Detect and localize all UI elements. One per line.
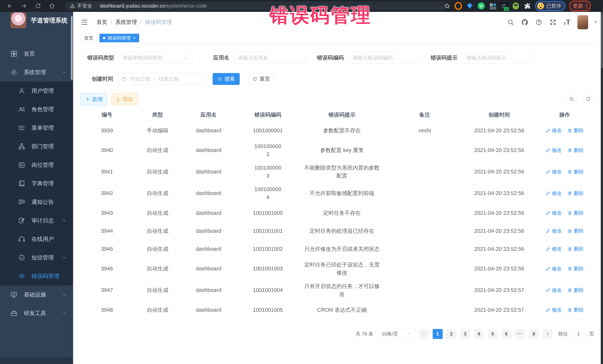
tab-首页[interactable]: 首页 <box>81 34 97 42</box>
delete-link[interactable]: 删除 <box>567 287 584 294</box>
goto-label: 前往 <box>558 331 568 337</box>
toggle-search-button[interactable] <box>566 93 577 105</box>
page-ellipsis[interactable]: ··· <box>515 329 525 339</box>
header-search-icon[interactable] <box>507 19 514 26</box>
sidebar-item-2[interactable]: 系统管理 <box>0 63 73 82</box>
edit-link[interactable]: 修改 <box>545 190 562 197</box>
sidebar-item-7[interactable]: 岗位管理 <box>0 156 73 174</box>
hamburger-icon[interactable] <box>81 18 88 26</box>
edit-link[interactable]: 修改 <box>545 287 562 294</box>
sidebar-item-5[interactable]: 菜单管理 <box>0 119 73 137</box>
edit-link[interactable]: 修改 <box>545 245 562 253</box>
filter-input-4[interactable] <box>462 52 534 64</box>
next-page-button[interactable] <box>543 329 553 339</box>
export-button[interactable]: 导出 <box>111 93 138 105</box>
extension-green-circle-icon[interactable]: v <box>477 2 485 10</box>
sidebar-logo[interactable]: 芋道管理系统 <box>0 12 73 29</box>
sidebar-item-6[interactable]: 部门管理 <box>0 137 73 156</box>
sidebar-item-4[interactable]: 角色管理 <box>0 100 73 119</box>
edit-link[interactable]: 修改 <box>545 127 562 134</box>
edit-link[interactable]: 修改 <box>545 147 562 154</box>
filter-input-2[interactable] <box>233 52 306 64</box>
page-size-select[interactable]: 10条/页 <box>378 329 415 339</box>
goto-page-input[interactable] <box>570 329 587 339</box>
dashboard-icon <box>10 50 17 57</box>
breadcrumb-item[interactable]: 系统管理 <box>116 19 137 26</box>
extension-gem-icon[interactable] <box>466 2 474 10</box>
extension-puzzle-icon[interactable] <box>524 2 531 10</box>
delete-link[interactable]: 删除 <box>567 127 584 134</box>
page-button-3[interactable]: 3 <box>460 329 470 339</box>
page-button-2[interactable]: 2 <box>446 329 456 339</box>
page-button-8[interactable]: 8 <box>529 329 539 339</box>
breadcrumb-item[interactable]: 首页 <box>96 19 107 26</box>
filter-input-3[interactable] <box>348 52 421 64</box>
add-button[interactable]: 新增 <box>81 93 107 105</box>
filter-input-field-3[interactable] <box>352 55 416 61</box>
sidebar-scrollbar[interactable] <box>71 16 72 80</box>
page-button-1[interactable]: 1 <box>433 329 443 339</box>
browser-back-icon[interactable] <box>7 3 13 9</box>
tag-close-icon[interactable]: × <box>133 36 136 40</box>
delete-link[interactable]: 删除 <box>567 227 584 235</box>
browser-menu-icon[interactable] <box>586 3 587 9</box>
bookmark-star-icon[interactable] <box>444 3 451 9</box>
page-button-6[interactable]: 6 <box>501 329 511 339</box>
delete-link[interactable]: 删除 <box>567 147 584 154</box>
address-bar[interactable]: 不安全 dashboard.yudao.iocoder.cn/system/er… <box>65 1 447 10</box>
delete-link[interactable]: 删除 <box>567 168 584 176</box>
page-button-4[interactable]: 4 <box>474 329 484 339</box>
reset-button[interactable]: 重置 <box>249 73 273 85</box>
profile-paused-chip[interactable]: 已暂停 <box>535 1 565 11</box>
error-type-select[interactable]: 请选择错误码类型 <box>118 52 192 64</box>
fullscreen-icon[interactable] <box>549 19 557 26</box>
font-size-icon[interactable]: TT <box>564 18 570 26</box>
browser-home-icon[interactable] <box>49 3 55 9</box>
github-icon[interactable] <box>521 19 528 26</box>
delete-link[interactable]: 删除 <box>567 306 584 314</box>
window-scrollbar[interactable] <box>601 12 603 364</box>
edit-link[interactable]: 修改 <box>545 209 562 217</box>
edit-link[interactable]: 修改 <box>545 306 562 314</box>
cell-actions: 修改删除 <box>533 243 596 255</box>
search-button[interactable]: 搜索 <box>213 73 240 85</box>
sidebar-item-1[interactable]: 首页 <box>0 44 73 63</box>
sidebar-item-9[interactable]: 通知公告 <box>0 193 73 211</box>
refresh-table-button[interactable] <box>582 93 594 105</box>
sidebar-item-11[interactable]: 在线用户 <box>0 230 73 248</box>
sidebar-item-8[interactable]: 字典管理 <box>0 174 73 193</box>
extension-list-on-icon[interactable]: on <box>500 2 508 10</box>
browser-update-chip[interactable]: 更新 <box>569 1 591 11</box>
edit-link[interactable]: 修改 <box>545 227 562 235</box>
sidebar-item-12[interactable]: 短信管理 <box>0 248 73 267</box>
delete-link[interactable]: 删除 <box>567 209 584 217</box>
prev-page-button[interactable] <box>419 329 429 339</box>
delete-link[interactable]: 删除 <box>567 190 584 197</box>
delete-link[interactable]: 删除 <box>567 265 584 273</box>
extension-spy-icon[interactable] <box>512 2 520 10</box>
sidebar-item-15[interactable]: 研发工具 <box>0 304 73 322</box>
delete-link[interactable]: 删除 <box>567 245 584 253</box>
date-range-picker[interactable]: 开始日期 - 结束日期 <box>117 73 206 85</box>
security-warning-icon[interactable] <box>70 3 75 9</box>
delete-label: 删除 <box>574 287 584 294</box>
sidebar-item-10[interactable]: 审计日志 <box>0 211 73 230</box>
browser-forward-icon[interactable] <box>21 3 27 9</box>
sidebar-item-14[interactable]: 基础设施 <box>0 286 73 304</box>
extension-squares-icon[interactable] <box>489 2 497 10</box>
browser-reload-icon[interactable] <box>35 3 41 9</box>
cell-code: 1001001003 <box>235 262 300 276</box>
tab-错误码管理[interactable]: 错误码管理× <box>99 34 139 42</box>
sidebar-item-13[interactable]: 错误码管理 <box>0 267 73 286</box>
filter-input-field-4[interactable] <box>466 55 530 61</box>
edit-link[interactable]: 修改 <box>545 168 562 176</box>
edit-link[interactable]: 修改 <box>545 265 562 273</box>
help-icon[interactable] <box>535 19 542 26</box>
filter-input-field-2[interactable] <box>238 55 302 61</box>
sidebar-item-3[interactable]: 用户管理 <box>0 82 73 100</box>
user-avatar[interactable] <box>577 15 588 29</box>
page-button-5[interactable]: 5 <box>487 329 498 339</box>
avatar-caret-icon[interactable] <box>594 21 597 23</box>
update-label: 更新 <box>573 2 583 10</box>
extension-orange-ring-icon[interactable] <box>454 2 462 10</box>
